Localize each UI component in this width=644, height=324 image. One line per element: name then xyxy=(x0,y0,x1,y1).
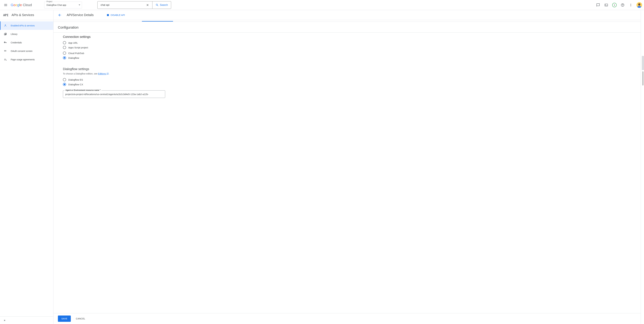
radio-pubsub[interactable]: Cloud Pub/Sub xyxy=(63,51,641,55)
radio-label: Apps Script project xyxy=(68,46,88,49)
chat-icon xyxy=(596,3,600,7)
chat-button[interactable] xyxy=(594,1,602,9)
cloud-shell-button[interactable] xyxy=(602,1,610,9)
top-bar: Google Cloud Project Dialogflow Chat app… xyxy=(0,0,644,10)
nav-item-library[interactable]: Library xyxy=(0,30,53,38)
project-picker[interactable]: Project Dialogflow Chat app xyxy=(44,1,82,8)
nav-item-label: Page usage agreements xyxy=(11,58,35,61)
search-clear-button[interactable] xyxy=(145,2,150,8)
search-button[interactable]: Search xyxy=(152,1,171,9)
left-nav-items: Enabled APIs & services Library Credenti… xyxy=(0,20,53,317)
connection-settings-title: Connection settings xyxy=(63,35,641,39)
chevron-left-icon xyxy=(3,319,6,322)
search-button-label: Search xyxy=(160,3,168,6)
external-link-icon xyxy=(106,73,109,75)
google-cloud-logo[interactable]: Google Cloud xyxy=(11,3,32,7)
radio-icon xyxy=(63,46,66,49)
radio-label: App URL xyxy=(68,41,78,44)
terminal-icon xyxy=(604,3,608,7)
cancel-button[interactable]: CANCEL xyxy=(76,318,85,320)
right-scrollbar-stub xyxy=(641,10,644,324)
consent-screen-icon xyxy=(4,50,7,52)
api-logo-icon: API xyxy=(3,13,8,17)
radio-icon xyxy=(63,56,66,59)
agent-resource-input[interactable] xyxy=(63,90,165,98)
nav-item-label: Credentials xyxy=(11,41,22,44)
key-icon xyxy=(4,41,7,44)
helper-prefix: To choose a Dialogflow edition, see xyxy=(63,72,98,75)
dialogflow-edition-radio-group: Dialogflow ES Dialogflow CX xyxy=(63,78,641,86)
nav-item-oauth-consent[interactable]: OAuth consent screen xyxy=(0,47,53,55)
library-icon xyxy=(4,33,7,35)
main-header: API/Service Details DISABLE API xyxy=(54,10,641,20)
nav-item-credentials[interactable]: Credentials xyxy=(0,38,53,47)
scroll-thumb[interactable] xyxy=(642,56,644,70)
radio-label: Dialogflow CX xyxy=(68,83,83,86)
enabled-apis-icon xyxy=(4,24,7,27)
nav-item-page-usage[interactable]: Page usage agreements xyxy=(0,55,53,64)
svg-point-4 xyxy=(640,4,640,4)
footer-bar: SAVE CANCEL xyxy=(54,313,641,324)
search-input[interactable] xyxy=(101,3,145,6)
nav-item-label: Enabled APIs & services xyxy=(11,24,35,27)
account-avatar[interactable] xyxy=(636,2,642,8)
main-content: API/Service Details DISABLE API Configur… xyxy=(54,10,641,324)
hamburger-menu-button[interactable] xyxy=(2,1,10,9)
help-button[interactable] xyxy=(619,1,626,9)
agent-resource-field: Agent or Environment resource name * xyxy=(63,90,165,98)
nav-item-enabled-apis[interactable]: Enabled APIs & services xyxy=(0,21,53,30)
configuration-title: Configuration xyxy=(54,25,641,32)
search-bar: Search xyxy=(97,1,171,9)
disable-api-label: DISABLE API xyxy=(110,14,125,16)
more-button[interactable] xyxy=(627,1,634,9)
helper-suffix: . xyxy=(109,72,109,75)
scroll-track[interactable] xyxy=(641,10,644,324)
cloud-wordmark: Cloud xyxy=(23,3,32,7)
radio-dialogflow-es[interactable]: Dialogflow ES xyxy=(63,78,641,81)
nav-item-label: Library xyxy=(11,33,18,35)
search-input-wrap xyxy=(98,1,152,9)
agreements-icon xyxy=(4,58,7,61)
left-nav-title: APIs & Services xyxy=(12,13,34,17)
radio-label: Dialogflow ES xyxy=(68,78,83,81)
radio-icon xyxy=(63,41,66,44)
close-icon xyxy=(146,3,149,6)
collapse-nav-button[interactable] xyxy=(2,318,8,323)
radio-dialogflow-cx[interactable]: Dialogflow CX xyxy=(63,83,641,86)
disable-api-button[interactable]: DISABLE API xyxy=(107,14,125,16)
project-picker-value: Dialogflow Chat app xyxy=(46,4,66,6)
agent-resource-label: Agent or Environment resource name * xyxy=(64,89,102,91)
page-title: API/Service Details xyxy=(67,13,94,17)
project-picker-label: Project xyxy=(46,0,53,3)
radio-dialogflow[interactable]: Dialogflow xyxy=(63,56,641,59)
left-nav: API APIs & Services Enabled APIs & servi… xyxy=(0,10,54,324)
radio-label: Cloud Pub/Sub xyxy=(68,52,84,54)
radio-icon xyxy=(63,78,66,81)
left-nav-header: API APIs & Services xyxy=(0,10,53,20)
avatar-icon xyxy=(636,2,642,8)
dialogflow-helper-text: To choose a Dialogflow edition, see Edit… xyxy=(63,72,641,75)
tab-line xyxy=(54,20,641,22)
content-scroll: Configuration Connection settings App UR… xyxy=(54,22,641,313)
more-vert-icon xyxy=(629,3,633,7)
dialogflow-settings-title: Dialogflow settings xyxy=(63,67,641,71)
hamburger-icon xyxy=(4,3,8,7)
left-nav-footer xyxy=(0,317,53,324)
nav-item-label: OAuth consent screen xyxy=(11,50,32,52)
save-button[interactable]: SAVE xyxy=(58,316,71,322)
radio-icon xyxy=(63,83,66,86)
google-wordmark: Google xyxy=(11,3,22,7)
svg-point-5 xyxy=(6,60,6,60)
svg-rect-6 xyxy=(107,14,109,16)
notifications-button[interactable]: 1 xyxy=(611,1,618,9)
radio-label: Dialogflow xyxy=(68,56,79,59)
svg-point-3 xyxy=(639,4,639,4)
back-button[interactable] xyxy=(57,12,63,18)
radio-apps-script[interactable]: Apps Script project xyxy=(63,46,641,49)
editions-link[interactable]: Editions xyxy=(98,72,109,75)
stop-icon xyxy=(107,14,109,16)
config-body: Connection settings App URL Apps Script … xyxy=(54,32,641,107)
notification-badge: 1 xyxy=(612,3,617,7)
radio-app-url[interactable]: App URL xyxy=(63,41,641,44)
scroll-thumb-inner[interactable] xyxy=(642,71,644,85)
